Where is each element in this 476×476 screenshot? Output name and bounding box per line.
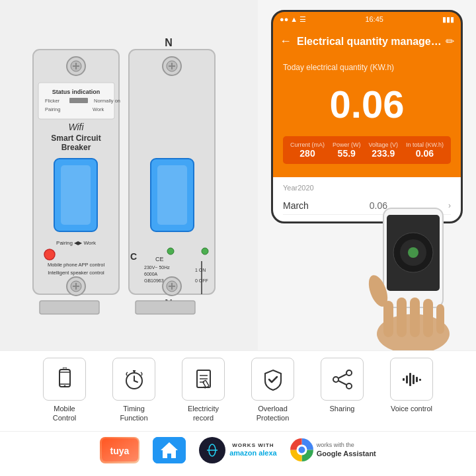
voice-icon-box [390,358,433,401]
sharing-icon-box [321,358,364,401]
feature-electricity-label: Electricityrecord [188,404,219,423]
stat-voltage-label: Voltage (V) [368,141,398,148]
alexa-text: WORKS WITH amazon alexa [229,442,277,457]
hand-phone-container [344,205,476,350]
svg-text:6000A: 6000A [144,272,158,276]
svg-text:N: N [165,37,173,48]
shield-icon [261,368,285,391]
svg-text:Breaker: Breaker [61,143,91,152]
svg-point-28 [167,248,174,255]
today-label: Today electrical quantity (KW.h) [283,63,451,72]
feature-mobile-label: MobileControl [53,404,76,423]
svg-point-54 [408,247,418,258]
svg-point-26 [44,249,55,260]
circuit-breaker-svg: N Status indication Flicker Normally on … [26,17,231,334]
google-circle [290,438,313,461]
app-screenshot-area: ●● ▲ ☰ 16:45 ▮▮▮ ← Electrical quantity m… [258,0,476,350]
svg-point-97 [298,447,305,454]
document-icon [192,368,216,391]
phone-header: ← Electrical quantity managem... ✏ [273,26,461,56]
timing-icon-box [112,358,155,401]
google-badge: works with the Google Assistant [290,438,376,461]
svg-text:Wifi: Wifi [68,122,84,132]
svg-line-80 [338,374,346,378]
device-wrapper: N Status indication Flicker Normally on … [23,13,235,337]
svg-rect-84 [409,373,411,386]
stat-total-value: 0.06 [406,148,444,159]
svg-text:Pairing ◀▶ Work: Pairing ◀▶ Work [56,240,97,246]
bottom-section: MobileControl TimingFuncti [0,350,476,476]
phone-header-title: Electrical quantity managem... [297,36,446,48]
svg-line-68 [134,381,138,382]
voice-icon [400,368,424,391]
alexa-circle [199,437,225,463]
svg-rect-87 [419,379,421,381]
feature-voice: Voice control [382,358,442,413]
svg-text:Smart Circuit: Smart Circuit [51,134,100,143]
main-container: N Status indication Flicker Normally on … [0,0,476,476]
feature-overload: OverloadProtection [243,358,303,423]
logos-row: tuya [0,431,476,467]
overload-icon-box [251,358,294,401]
svg-rect-49 [136,301,195,314]
stat-current-value: 280 [290,148,325,159]
stat-power-label: Power (W) [333,141,361,148]
svg-point-79 [346,383,352,389]
svg-rect-14 [69,98,88,103]
hand-phone-svg [344,205,476,350]
svg-text:0 OFF: 0 OFF [195,278,208,283]
svg-rect-85 [413,375,415,384]
time-display: 16:45 [365,15,383,23]
stat-total-label: In total (KW.h) [406,141,444,148]
clock-icon [122,368,146,391]
svg-point-77 [346,370,352,376]
svg-rect-75 [202,380,208,387]
svg-text:Status indication: Status indication [52,89,100,95]
svg-text:Pairing: Pairing [45,106,60,112]
svg-text:Normally on: Normally on [94,98,120,104]
phone-content: Today electrical quantity (KW.h) 0.06 Cu… [273,56,461,177]
mobile-icon [53,368,77,391]
svg-rect-83 [406,376,408,383]
phone-status-bar: ●● ▲ ☰ 16:45 ▮▮▮ [273,12,461,26]
svg-text:C: C [130,251,137,262]
feature-timing-label: TimingFunction [120,404,147,423]
feature-sharing-label: Sharing [330,404,355,413]
feature-sharing: Sharing [313,358,372,413]
signal-icons: ●● ▲ ☰ [280,15,306,24]
year-label: Year2020 [283,184,451,192]
svg-rect-57 [397,298,407,337]
electricity-icon-box [182,358,225,401]
svg-line-81 [338,381,346,385]
feature-overload-label: OverloadProtection [257,404,290,423]
stat-voltage: Voltage (V) 233.9 [368,141,398,159]
stats-row: Current (mA) 280 Power (W) 55.9 Voltage … [283,136,451,164]
alexa-badge: WORKS WITH amazon alexa [199,437,277,463]
top-section: N Status indication Flicker Normally on … [0,0,476,350]
feature-mobile-control: MobileControl [35,358,95,423]
svg-rect-82 [403,378,405,381]
stat-power-value: 55.9 [333,148,361,159]
svg-text:Work: Work [93,106,104,112]
stat-total: In total (KW.h) 0.06 [406,141,444,159]
svg-point-29 [202,248,208,255]
edit-icon[interactable]: ✏ [446,35,454,48]
product-image-area: N Status indication Flicker Normally on … [0,0,258,350]
svg-text:Intelligent speaker control: Intelligent speaker control [48,270,104,276]
features-row: MobileControl TimingFuncti [0,358,476,423]
back-icon[interactable]: ← [280,34,292,48]
stat-power: Power (W) 55.9 [333,141,361,159]
google-text: works with the Google Assistant [317,442,376,459]
svg-rect-56 [383,301,393,337]
feature-electricity: Electricityrecord [174,358,233,423]
svg-text:1 ON: 1 ON [195,268,206,272]
svg-text:tuya: tuya [110,446,129,456]
svg-rect-58 [410,298,420,337]
svg-rect-22 [61,165,91,225]
stat-current: Current (mA) 280 [290,141,325,159]
svg-rect-86 [416,377,418,382]
svg-text:230V~ 50Hz: 230V~ 50Hz [144,265,170,270]
svg-text:Mobile phone APP control: Mobile phone APP control [48,262,105,268]
svg-point-65 [63,385,65,387]
tuya-logo: tuya [100,437,139,463]
